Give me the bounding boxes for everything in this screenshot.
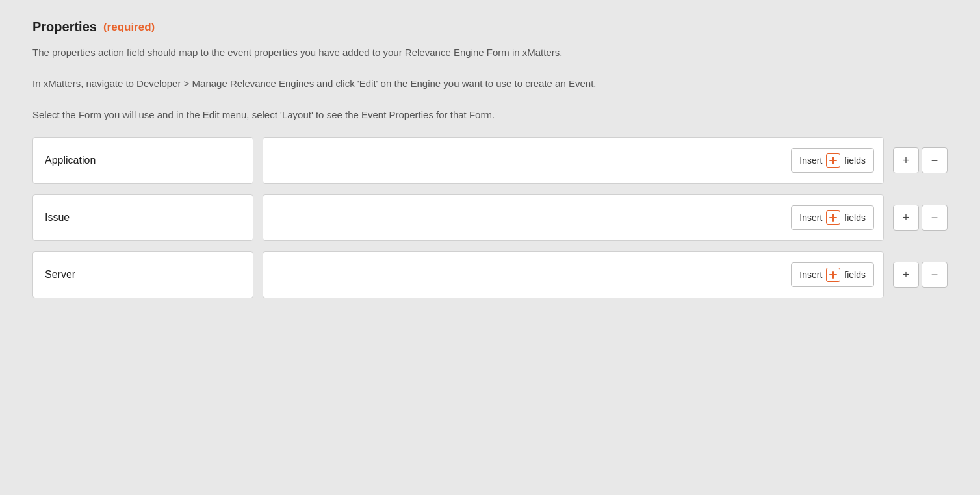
properties-rows: Application Insert fields + − xyxy=(32,137,948,298)
insert-fields-button-server[interactable]: Insert fields xyxy=(791,262,874,287)
fields-label-issue: fields xyxy=(844,212,866,223)
insert-label-server: Insert xyxy=(799,270,822,280)
row-actions-issue: + − xyxy=(893,205,948,231)
add-row-button-issue[interactable]: + xyxy=(893,205,919,231)
remove-row-button-server[interactable]: − xyxy=(922,262,948,288)
insert-icon-server xyxy=(826,268,840,282)
properties-section: Properties (required) The properties act… xyxy=(32,19,948,298)
property-value-server: Insert fields xyxy=(263,251,884,298)
property-label-application: Application xyxy=(32,137,253,184)
row-actions-server: + − xyxy=(893,262,948,288)
description-3: Select the Form you will use and in the … xyxy=(32,107,812,123)
section-heading: Properties (required) xyxy=(32,19,948,34)
add-row-button-server[interactable]: + xyxy=(893,262,919,288)
row-actions-application: + − xyxy=(893,147,948,173)
fields-label-application: fields xyxy=(844,155,866,166)
insert-icon-application xyxy=(826,153,840,168)
property-row-server: Server Insert fields + − xyxy=(32,251,948,298)
required-indicator: (required) xyxy=(103,21,155,34)
insert-label-issue: Insert xyxy=(799,212,822,223)
remove-row-button-issue[interactable]: − xyxy=(922,205,948,231)
property-label-issue: Issue xyxy=(32,194,253,241)
fields-label-server: fields xyxy=(844,270,866,280)
insert-fields-button-issue[interactable]: Insert fields xyxy=(791,205,874,230)
property-row-issue: Issue Insert fields + − xyxy=(32,194,948,241)
section-title-text: Properties xyxy=(32,19,97,34)
insert-fields-button-application[interactable]: Insert fields xyxy=(791,148,874,173)
property-value-application: Insert fields xyxy=(263,137,884,184)
property-value-issue: Insert fields xyxy=(263,194,884,241)
description-2: In xMatters, navigate to Developer > Man… xyxy=(32,76,812,92)
insert-icon-issue xyxy=(826,210,840,225)
remove-row-button-application[interactable]: − xyxy=(922,147,948,173)
insert-label-application: Insert xyxy=(799,155,822,166)
property-label-server: Server xyxy=(32,251,253,298)
add-row-button-application[interactable]: + xyxy=(893,147,919,173)
description-1: The properties action field should map t… xyxy=(32,45,812,60)
property-row-application: Application Insert fields + − xyxy=(32,137,948,184)
